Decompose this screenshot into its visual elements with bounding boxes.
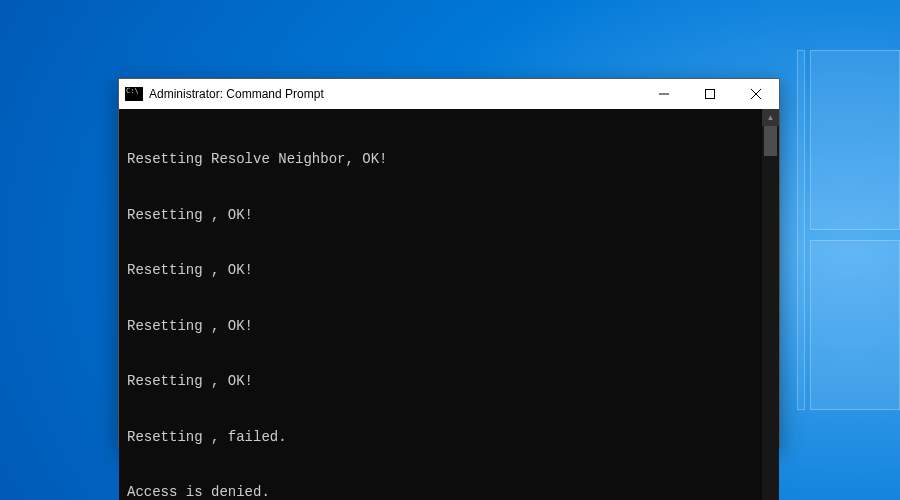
wallpaper-beam bbox=[797, 50, 805, 410]
terminal-line: Resetting , OK! bbox=[127, 317, 758, 336]
cmd-icon bbox=[125, 87, 143, 101]
terminal-line: Resetting , OK! bbox=[127, 261, 758, 280]
window-title: Administrator: Command Prompt bbox=[149, 87, 324, 101]
chevron-up-icon: ▲ bbox=[767, 113, 775, 122]
close-icon bbox=[751, 89, 761, 99]
wallpaper-beam bbox=[810, 50, 900, 230]
minimize-button[interactable] bbox=[641, 79, 687, 109]
vertical-scrollbar[interactable]: ▲ ▼ bbox=[762, 109, 779, 500]
terminal-line: Resetting Resolve Neighbor, OK! bbox=[127, 150, 758, 169]
scrollbar-track[interactable] bbox=[762, 126, 779, 500]
scroll-up-button[interactable]: ▲ bbox=[762, 109, 779, 126]
terminal-output[interactable]: Resetting Resolve Neighbor, OK! Resettin… bbox=[119, 109, 762, 500]
maximize-button[interactable] bbox=[687, 79, 733, 109]
terminal-line: Resetting , failed. bbox=[127, 428, 758, 447]
scrollbar-thumb[interactable] bbox=[764, 126, 777, 156]
minimize-icon bbox=[659, 89, 669, 99]
maximize-icon bbox=[705, 89, 715, 99]
close-button[interactable] bbox=[733, 79, 779, 109]
titlebar[interactable]: Administrator: Command Prompt bbox=[119, 79, 779, 109]
command-prompt-window: Administrator: Command Prompt Resetting … bbox=[118, 78, 780, 448]
terminal-line: Resetting , OK! bbox=[127, 372, 758, 391]
terminal-line: Resetting , OK! bbox=[127, 206, 758, 225]
wallpaper-beam bbox=[810, 240, 900, 410]
svg-rect-1 bbox=[706, 90, 715, 99]
terminal-line: Access is denied. bbox=[127, 483, 758, 500]
